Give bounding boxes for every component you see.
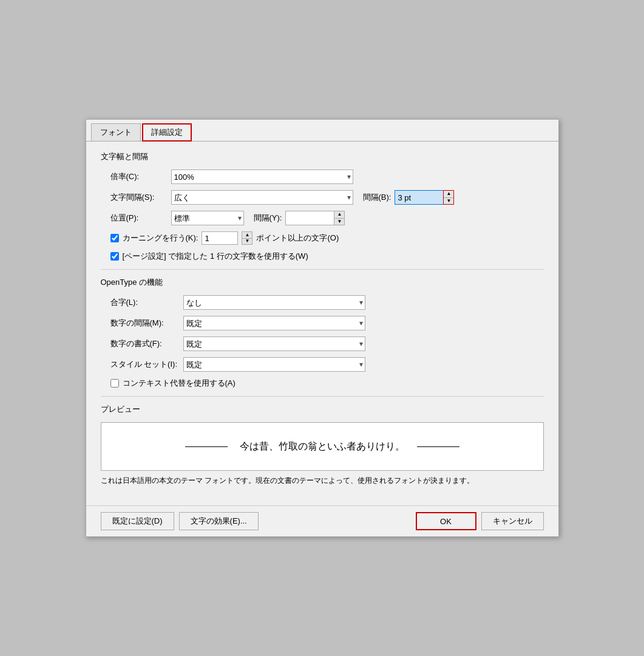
- kerning-suffix: ポイント以上の文字(O): [256, 233, 339, 244]
- text-effect-button[interactable]: 文字の効果(E)...: [179, 512, 259, 530]
- page-settings-row: [ページ設定] で指定した 1 行の文字数を使用する(W): [110, 251, 544, 262]
- num-form-row: 数字の書式(F): 既定: [110, 337, 544, 351]
- char-spacing-row: 文字間隔(S): 広く 間隔(B): 3 pt ▲ ▼: [110, 190, 544, 205]
- kerning-input[interactable]: [202, 231, 238, 245]
- cancel-button[interactable]: キャンセル: [481, 512, 544, 530]
- tab-font[interactable]: フォント: [91, 123, 141, 142]
- page-settings-label: [ページ設定] で指定した 1 行の文字数を使用する(W): [123, 251, 308, 262]
- spacing-y-down-btn[interactable]: ▼: [334, 219, 344, 225]
- kerning-up-btn[interactable]: ▲: [242, 232, 252, 239]
- preview-box: 今は昔、竹取の翁といふ者ありけり。: [101, 422, 544, 471]
- num-spacing-select-wrapper: 既定: [183, 316, 365, 330]
- button-bar-right: OK キャンセル: [416, 512, 544, 530]
- ligature-label: 合字(L):: [110, 297, 183, 308]
- preview-text: 今は昔、竹取の翁といふ者ありけり。: [240, 440, 405, 453]
- context-alt-label: コンテキスト代替を使用する(A): [123, 378, 236, 389]
- style-set-label: スタイル セット(I):: [110, 359, 183, 370]
- style-set-select[interactable]: 既定: [183, 357, 365, 372]
- context-alt-checkbox[interactable]: [110, 379, 119, 388]
- preview-section-title: プレビュー: [101, 404, 544, 415]
- position-label: 位置(P):: [110, 213, 171, 224]
- default-set-button[interactable]: 既定に設定(D): [101, 512, 174, 530]
- button-bar: 既定に設定(D) 文字の効果(E)... OK キャンセル: [86, 505, 558, 536]
- preview-text-container: 今は昔、竹取の翁といふ者ありけり。: [111, 440, 534, 453]
- spacing-b-spinner: 3 pt ▲ ▼: [395, 190, 454, 205]
- position-row: 位置(P): 標準 間隔(Y): ▲ ▼: [110, 211, 544, 225]
- num-spacing-select[interactable]: 既定: [183, 316, 365, 330]
- char-spacing-label: 文字間隔(S):: [110, 192, 171, 203]
- char-spacing-select-wrapper: 広く: [171, 190, 353, 205]
- num-spacing-label: 数字の間隔(M):: [110, 318, 183, 329]
- ligature-select[interactable]: なし: [183, 295, 365, 310]
- char-spacing-select[interactable]: 広く: [171, 190, 353, 205]
- dialog-content: 文字幅と間隔 倍率(C): 100% 文字間隔(S): 広く: [86, 142, 558, 505]
- button-bar-left: 既定に設定(D) 文字の効果(E)...: [101, 512, 259, 530]
- preview-note: これは日本語用の本文のテーマ フォントです。現在の文書のテーマによって、使用され…: [101, 476, 544, 486]
- char-width-section: 倍率(C): 100% 文字間隔(S): 広く 間隔(B): 3 pt: [101, 169, 544, 262]
- scale-select-wrapper: 100%: [171, 169, 353, 184]
- kerning-spinner-buttons: ▲ ▼: [242, 231, 253, 245]
- opentype-section: 合字(L): なし 数字の間隔(M): 既定 数字の書式(F):: [101, 295, 544, 389]
- ok-button[interactable]: OK: [416, 512, 476, 530]
- spacing-y-up-btn[interactable]: ▲: [334, 211, 344, 219]
- preview-line-left: [185, 446, 228, 447]
- section-divider-1: [101, 269, 544, 270]
- spacing-y-spinner: ▲ ▼: [285, 211, 345, 225]
- spacing-y-input[interactable]: [285, 211, 334, 225]
- style-set-row: スタイル セット(I): 既定: [110, 357, 544, 372]
- scale-select[interactable]: 100%: [171, 169, 353, 184]
- spacing-b-label: 間隔(B):: [363, 192, 391, 203]
- spacing-y-label: 間隔(Y):: [254, 213, 282, 224]
- tab-bar: フォント 詳細設定: [86, 120, 558, 142]
- section-divider-2: [101, 396, 544, 397]
- opentype-section-title: OpenType の機能: [101, 277, 544, 288]
- char-width-section-title: 文字幅と間隔: [101, 151, 544, 162]
- num-spacing-row: 数字の間隔(M): 既定: [110, 316, 544, 330]
- page-settings-checkbox[interactable]: [110, 252, 119, 261]
- style-set-select-wrapper: 既定: [183, 357, 365, 372]
- preview-line-right: [417, 446, 459, 447]
- context-alt-row: コンテキスト代替を使用する(A): [110, 378, 544, 389]
- ligature-select-wrapper: なし: [183, 295, 365, 310]
- num-form-label: 数字の書式(F):: [110, 338, 183, 349]
- scale-label: 倍率(C):: [110, 171, 171, 182]
- spacing-y-spinner-buttons: ▲ ▼: [334, 211, 345, 225]
- position-select-wrapper: 標準: [171, 211, 244, 225]
- kerning-row: カーニングを行う(K): ▲ ▼ ポイント以上の文字(O): [110, 231, 544, 245]
- position-select[interactable]: 標準: [171, 211, 244, 225]
- font-dialog: フォント 詳細設定 文字幅と間隔 倍率(C): 100% 文字間隔(S): [86, 119, 559, 537]
- ligature-row: 合字(L): なし: [110, 295, 544, 310]
- spacing-b-spinner-buttons: ▲ ▼: [443, 190, 454, 205]
- num-form-select-wrapper: 既定: [183, 337, 365, 351]
- kerning-down-btn[interactable]: ▼: [242, 239, 252, 245]
- spacing-b-down-btn[interactable]: ▼: [444, 198, 453, 205]
- scale-row: 倍率(C): 100%: [110, 169, 544, 184]
- spacing-b-up-btn[interactable]: ▲: [444, 191, 453, 198]
- kerning-checkbox[interactable]: [110, 234, 119, 242]
- tab-advanced[interactable]: 詳細設定: [142, 123, 192, 142]
- num-form-select[interactable]: 既定: [183, 337, 365, 351]
- spacing-b-input[interactable]: 3 pt: [395, 190, 443, 205]
- kerning-label: カーニングを行う(K):: [123, 233, 198, 244]
